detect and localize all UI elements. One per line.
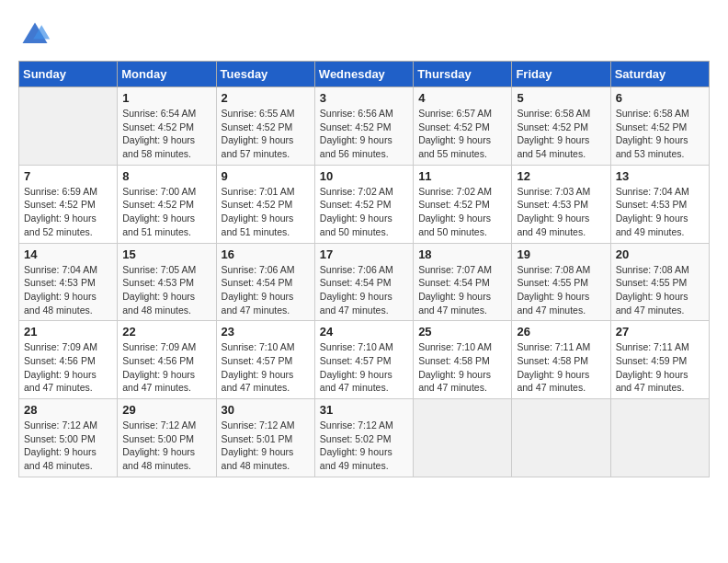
calendar-cell: 13Sunrise: 7:04 AM Sunset: 4:53 PM Dayli… [610, 165, 709, 243]
day-number: 11 [418, 169, 506, 183]
day-info: Sunrise: 7:04 AM Sunset: 4:53 PM Dayligh… [616, 185, 704, 239]
day-info: Sunrise: 6:58 AM Sunset: 4:52 PM Dayligh… [616, 107, 704, 161]
day-of-week-header: Tuesday [216, 62, 314, 87]
day-info: Sunrise: 7:00 AM Sunset: 4:52 PM Dayligh… [122, 185, 210, 239]
calendar-cell: 31Sunrise: 7:12 AM Sunset: 5:02 PM Dayli… [314, 399, 413, 477]
day-of-week-header: Monday [118, 62, 216, 87]
calendar-cell [19, 87, 118, 166]
day-number: 25 [418, 325, 506, 339]
day-info: Sunrise: 7:08 AM Sunset: 4:55 PM Dayligh… [517, 263, 605, 317]
day-number: 22 [122, 325, 210, 339]
day-number: 17 [320, 247, 408, 261]
day-info: Sunrise: 7:09 AM Sunset: 4:56 PM Dayligh… [122, 340, 210, 395]
day-info: Sunrise: 7:12 AM Sunset: 5:00 PM Dayligh… [24, 419, 112, 473]
day-info: Sunrise: 7:01 AM Sunset: 4:52 PM Dayligh… [222, 185, 310, 239]
calendar-cell [414, 399, 512, 477]
day-number: 20 [616, 247, 704, 261]
calendar-cell: 23Sunrise: 7:10 AM Sunset: 4:57 PM Dayli… [216, 321, 314, 399]
day-number: 6 [616, 91, 704, 105]
calendar-cell [512, 399, 610, 477]
day-info: Sunrise: 7:02 AM Sunset: 4:52 PM Dayligh… [320, 185, 408, 239]
calendar-cell: 6Sunrise: 6:58 AM Sunset: 4:52 PM Daylig… [610, 87, 709, 166]
day-number: 14 [24, 247, 112, 261]
logo-icon [18, 18, 51, 52]
calendar-cell: 4Sunrise: 6:57 AM Sunset: 4:52 PM Daylig… [414, 87, 512, 166]
calendar-cell: 27Sunrise: 7:11 AM Sunset: 4:59 PM Dayli… [610, 321, 709, 399]
day-info: Sunrise: 7:10 AM Sunset: 4:58 PM Dayligh… [418, 340, 506, 395]
day-info: Sunrise: 7:03 AM Sunset: 4:53 PM Dayligh… [517, 185, 605, 239]
calendar-cell: 24Sunrise: 7:10 AM Sunset: 4:57 PM Dayli… [314, 321, 413, 399]
day-info: Sunrise: 7:11 AM Sunset: 4:58 PM Dayligh… [517, 340, 605, 395]
calendar-cell: 20Sunrise: 7:08 AM Sunset: 4:55 PM Dayli… [610, 243, 709, 321]
calendar-cell: 5Sunrise: 6:58 AM Sunset: 4:52 PM Daylig… [512, 87, 610, 166]
calendar-cell: 28Sunrise: 7:12 AM Sunset: 5:00 PM Dayli… [19, 399, 118, 477]
day-number: 15 [122, 247, 210, 261]
day-number: 28 [24, 403, 112, 417]
day-of-week-header: Saturday [610, 62, 709, 87]
calendar-week-row: 21Sunrise: 7:09 AM Sunset: 4:56 PM Dayli… [19, 321, 710, 399]
calendar-cell: 14Sunrise: 7:04 AM Sunset: 4:53 PM Dayli… [19, 243, 118, 321]
calendar-cell [610, 399, 709, 477]
day-number: 10 [320, 169, 408, 183]
day-info: Sunrise: 7:12 AM Sunset: 5:02 PM Dayligh… [320, 419, 408, 473]
day-number: 18 [418, 247, 506, 261]
calendar-cell: 9Sunrise: 7:01 AM Sunset: 4:52 PM Daylig… [216, 165, 314, 243]
calendar-cell: 11Sunrise: 7:02 AM Sunset: 4:52 PM Dayli… [414, 165, 512, 243]
day-info: Sunrise: 7:02 AM Sunset: 4:52 PM Dayligh… [418, 185, 506, 239]
day-number: 8 [122, 169, 210, 183]
calendar-cell: 10Sunrise: 7:02 AM Sunset: 4:52 PM Dayli… [314, 165, 413, 243]
calendar-table: SundayMondayTuesdayWednesdayThursdayFrid… [18, 61, 710, 477]
day-of-week-header: Friday [512, 62, 610, 87]
day-info: Sunrise: 7:12 AM Sunset: 5:01 PM Dayligh… [222, 419, 310, 473]
day-number: 1 [122, 91, 210, 105]
day-info: Sunrise: 6:57 AM Sunset: 4:52 PM Dayligh… [418, 107, 506, 161]
day-info: Sunrise: 7:10 AM Sunset: 4:57 PM Dayligh… [320, 340, 408, 395]
day-number: 12 [517, 169, 605, 183]
day-number: 16 [222, 247, 310, 261]
day-of-week-header: Thursday [414, 62, 512, 87]
calendar-cell: 7Sunrise: 6:59 AM Sunset: 4:52 PM Daylig… [19, 165, 118, 243]
calendar-week-row: 28Sunrise: 7:12 AM Sunset: 5:00 PM Dayli… [19, 399, 710, 477]
calendar-cell: 29Sunrise: 7:12 AM Sunset: 5:00 PM Dayli… [118, 399, 216, 477]
calendar-week-row: 7Sunrise: 6:59 AM Sunset: 4:52 PM Daylig… [19, 165, 710, 243]
calendar-cell: 1Sunrise: 6:54 AM Sunset: 4:52 PM Daylig… [118, 87, 216, 166]
day-number: 30 [222, 403, 310, 417]
calendar-cell: 17Sunrise: 7:06 AM Sunset: 4:54 PM Dayli… [314, 243, 413, 321]
calendar-cell: 15Sunrise: 7:05 AM Sunset: 4:53 PM Dayli… [118, 243, 216, 321]
day-number: 3 [320, 91, 408, 105]
day-info: Sunrise: 7:08 AM Sunset: 4:55 PM Dayligh… [616, 263, 704, 317]
day-info: Sunrise: 7:07 AM Sunset: 4:54 PM Dayligh… [418, 263, 506, 317]
day-info: Sunrise: 7:12 AM Sunset: 5:00 PM Dayligh… [122, 419, 210, 473]
day-info: Sunrise: 7:06 AM Sunset: 4:54 PM Dayligh… [320, 263, 408, 317]
day-number: 9 [222, 169, 310, 183]
day-number: 24 [320, 325, 408, 339]
calendar-week-row: 1Sunrise: 6:54 AM Sunset: 4:52 PM Daylig… [19, 87, 710, 166]
day-number: 4 [418, 91, 506, 105]
calendar-cell: 18Sunrise: 7:07 AM Sunset: 4:54 PM Dayli… [414, 243, 512, 321]
calendar-cell: 22Sunrise: 7:09 AM Sunset: 4:56 PM Dayli… [118, 321, 216, 399]
day-number: 23 [222, 325, 310, 339]
day-of-week-header: Wednesday [314, 62, 413, 87]
day-number: 21 [24, 325, 112, 339]
day-number: 27 [616, 325, 704, 339]
calendar-week-row: 14Sunrise: 7:04 AM Sunset: 4:53 PM Dayli… [19, 243, 710, 321]
calendar-cell: 2Sunrise: 6:55 AM Sunset: 4:52 PM Daylig… [216, 87, 314, 166]
day-info: Sunrise: 6:54 AM Sunset: 4:52 PM Dayligh… [122, 107, 210, 161]
day-number: 26 [517, 325, 605, 339]
calendar-cell: 12Sunrise: 7:03 AM Sunset: 4:53 PM Dayli… [512, 165, 610, 243]
day-info: Sunrise: 7:06 AM Sunset: 4:54 PM Dayligh… [222, 263, 310, 317]
day-info: Sunrise: 7:05 AM Sunset: 4:53 PM Dayligh… [122, 263, 210, 317]
day-number: 29 [122, 403, 210, 417]
page-header [18, 18, 710, 52]
day-info: Sunrise: 6:55 AM Sunset: 4:52 PM Dayligh… [222, 107, 310, 161]
day-info: Sunrise: 7:10 AM Sunset: 4:57 PM Dayligh… [222, 340, 310, 395]
day-number: 19 [517, 247, 605, 261]
calendar-header-row: SundayMondayTuesdayWednesdayThursdayFrid… [19, 62, 710, 87]
calendar-cell: 19Sunrise: 7:08 AM Sunset: 4:55 PM Dayli… [512, 243, 610, 321]
calendar-cell: 30Sunrise: 7:12 AM Sunset: 5:01 PM Dayli… [216, 399, 314, 477]
calendar-cell: 26Sunrise: 7:11 AM Sunset: 4:58 PM Dayli… [512, 321, 610, 399]
day-number: 5 [517, 91, 605, 105]
day-info: Sunrise: 7:11 AM Sunset: 4:59 PM Dayligh… [616, 340, 704, 395]
day-info: Sunrise: 6:56 AM Sunset: 4:52 PM Dayligh… [320, 107, 408, 161]
day-info: Sunrise: 6:58 AM Sunset: 4:52 PM Dayligh… [517, 107, 605, 161]
